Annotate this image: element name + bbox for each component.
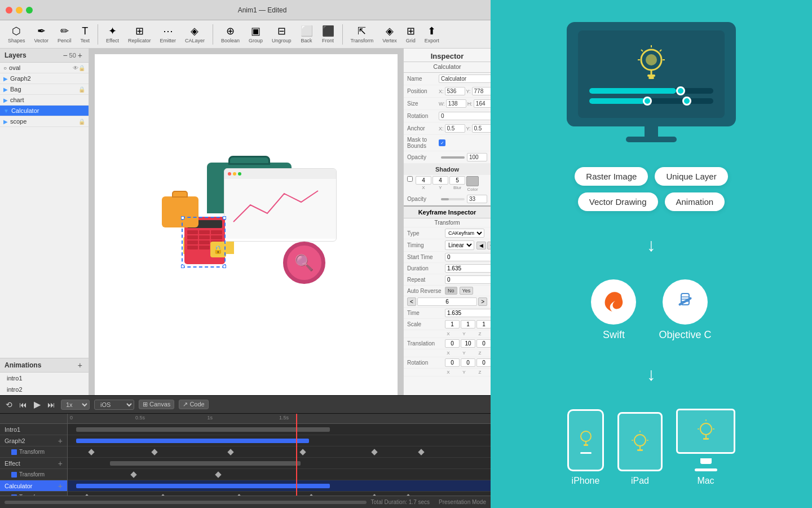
tl-code-btn[interactable]: ↗ Code	[179, 400, 208, 409]
add-animation-btn[interactable]: +	[76, 361, 84, 370]
kf-nav-greater[interactable]: >	[478, 297, 487, 306]
kf-type-select[interactable]: CAKeyframeAni...	[445, 229, 484, 238]
kf-rot-z[interactable]	[476, 358, 491, 367]
layer-oval-lock[interactable]: 🔒	[78, 65, 85, 71]
shadow-opacity-slider[interactable]	[441, 198, 465, 200]
size-h-input[interactable]	[474, 99, 491, 108]
canvas-area[interactable]: 🔍	[89, 49, 403, 395]
layer-oval[interactable]: ○ oval 👁 🔒	[0, 63, 89, 73]
timeline-scrollbar[interactable]	[5, 501, 367, 504]
tl-canvas-btn[interactable]: ⊞ Canvas	[139, 400, 174, 409]
ungroup-tool[interactable]: ⊟ Ungroup	[268, 24, 295, 45]
kf-starttime-input[interactable]	[445, 253, 491, 261]
tl-track-graph2[interactable]: Graph2+	[0, 435, 67, 446]
name-input[interactable]	[439, 75, 491, 83]
kf-autoreverse-no[interactable]: No	[445, 287, 457, 295]
layer-scope[interactable]: ▶ scope 🔒	[0, 116, 89, 127]
kf-scale-x[interactable]	[445, 320, 460, 329]
grid-tool[interactable]: ⊞ Grid	[403, 24, 419, 45]
kf-time-input[interactable]	[445, 309, 491, 317]
shadow-opacity-input[interactable]	[467, 195, 487, 203]
tl-prev-btn[interactable]: ⏮	[18, 399, 28, 410]
tl-loop-btn[interactable]: ⟲	[5, 399, 14, 410]
shapes-tool[interactable]: ⬡ Shapes	[5, 24, 29, 45]
kf-autoreverse-yes[interactable]: Yes	[460, 287, 474, 295]
layer-bag-lock[interactable]: 🔒	[78, 86, 85, 93]
mask-checkbox[interactable]: ✓	[439, 139, 445, 146]
front-tool[interactable]: ⬛ Front	[319, 24, 338, 45]
kf-timing-prev[interactable]: ◀	[476, 242, 486, 249]
kf-nav-less[interactable]: <	[407, 297, 416, 306]
playhead[interactable]	[296, 414, 297, 496]
tl-transform1-checkbox[interactable]	[11, 449, 17, 455]
anim-intro2[interactable]: intro2	[0, 384, 89, 395]
kf-scale-y[interactable]	[461, 320, 475, 329]
close-button[interactable]	[6, 7, 12, 14]
vertex-tool[interactable]: ◈ Vertex	[379, 24, 400, 45]
minimize-button[interactable]	[16, 7, 23, 14]
kf-trans-z[interactable]	[476, 339, 491, 348]
shadow-checkbox[interactable]	[407, 176, 413, 182]
kf-duration-input[interactable]	[445, 264, 491, 273]
tl-track-calculator[interactable]: Calculator+	[0, 480, 67, 492]
tl-graph2-add[interactable]: +	[58, 436, 63, 445]
emitter-tool[interactable]: ⋯ Emitter	[156, 24, 179, 45]
tl-play-btn[interactable]: ▶	[33, 398, 42, 411]
shadow-blur-input[interactable]	[449, 176, 465, 185]
tl-track-transform2[interactable]: Transform	[0, 469, 67, 480]
size-w-input[interactable]	[446, 99, 466, 108]
vector-tool[interactable]: ✒ Vector	[31, 24, 52, 45]
layer-bag[interactable]: ▶ Bag 🔒	[0, 84, 89, 95]
tl-track-transform1[interactable]: Transform	[0, 446, 67, 458]
effect-tool[interactable]: ✦ Effect	[103, 24, 122, 45]
shadow-color-picker[interactable]	[466, 176, 479, 186]
anim-intro1[interactable]: intro1	[0, 373, 89, 384]
kf-repeat-input[interactable]	[445, 275, 491, 284]
kf-trans-x[interactable]	[445, 339, 460, 348]
layer-oval-visible[interactable]: 👁	[73, 65, 78, 71]
layer-scope-lock[interactable]: 🔒	[78, 119, 85, 125]
kf-rot-x[interactable]	[445, 358, 460, 367]
tl-track-intro1[interactable]: Intro1	[0, 424, 67, 435]
opacity-input[interactable]	[467, 153, 487, 161]
tl-effect-add[interactable]: +	[58, 459, 63, 468]
tl-transform2-checkbox[interactable]	[11, 472, 17, 478]
anchor-x-input[interactable]	[445, 124, 465, 133]
shadow-y-input[interactable]	[433, 176, 448, 185]
calayer-tool[interactable]: ◈ CALayer	[182, 24, 208, 45]
anchor-y-input[interactable]	[472, 124, 491, 133]
export-tool[interactable]: ⬆ Export	[421, 24, 443, 45]
kf-nav-num[interactable]	[417, 297, 477, 306]
layer-chart[interactable]: ▶ chart	[0, 95, 89, 106]
shadow-x-input[interactable]	[416, 176, 431, 185]
tl-speed-select[interactable]: 1x 0.5x 2x	[61, 400, 90, 410]
opacity-slider[interactable]	[441, 156, 465, 159]
text-tool[interactable]: T Text	[77, 24, 94, 45]
position-x-input[interactable]	[445, 87, 465, 95]
back-tool[interactable]: ⬜ Back	[297, 24, 316, 45]
replicator-tool[interactable]: ⊞ Replicator	[125, 24, 155, 45]
layers-zoom-in[interactable]: +	[76, 51, 84, 60]
tl-next-btn[interactable]: ⏭	[46, 399, 56, 410]
maximize-button[interactable]	[26, 7, 33, 14]
layer-calculator[interactable]: ▼ Calculator	[0, 106, 89, 116]
timeline-tracks[interactable]: 0 0.5s 1s 1.5s	[68, 414, 491, 496]
kf-scale-z[interactable]	[476, 320, 491, 329]
layer-graph2[interactable]: ▶ Graph2	[0, 73, 89, 84]
layers-zoom-out[interactable]: −	[61, 51, 69, 60]
tl-platform-select[interactable]: iOS macOS	[94, 400, 134, 410]
transform-tool[interactable]: ⇱ Transform	[347, 24, 377, 45]
group-tool[interactable]: ▣ Group	[245, 24, 266, 45]
tl-track-transform3[interactable]: Transform	[0, 492, 67, 496]
tl-track-effect[interactable]: Effect+	[0, 458, 67, 469]
boolean-tool[interactable]: ⊕ Boolean	[218, 24, 243, 45]
rotation-input[interactable]	[439, 112, 491, 120]
position-y-input[interactable]	[472, 87, 491, 95]
kf-trans-y[interactable]	[461, 339, 475, 348]
kf-rot-y[interactable]	[461, 358, 475, 367]
canvas[interactable]: 🔍	[95, 54, 398, 395]
presentation-mode-btn[interactable]: Presentation Mode	[439, 499, 486, 505]
pencil-tool[interactable]: ✏ Pencil	[54, 24, 75, 45]
kf-timing-select[interactable]: Linear	[445, 240, 474, 250]
tl-calculator-add[interactable]: +	[58, 481, 63, 491]
